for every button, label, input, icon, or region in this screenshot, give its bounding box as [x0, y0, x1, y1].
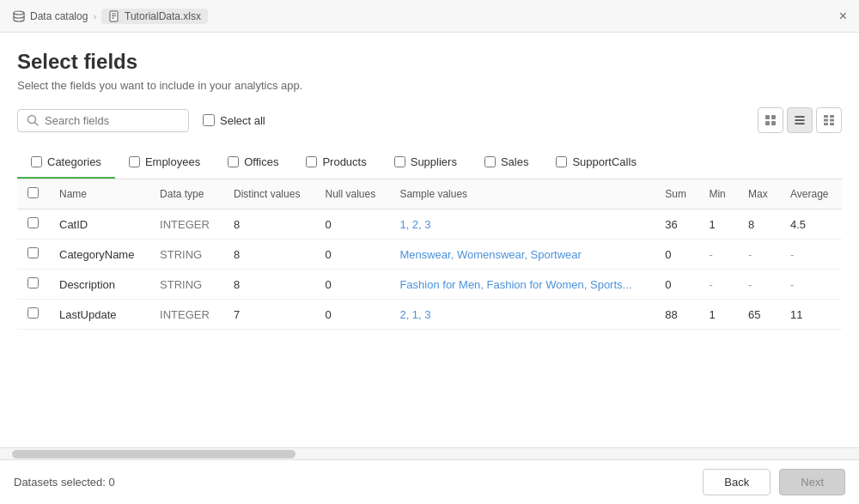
search-icon [27, 114, 39, 126]
breadcrumb-file: TutorialData.xlsx [101, 9, 208, 24]
row-checkbox-1[interactable] [27, 247, 39, 258]
cell-avg-0: 4.5 [780, 209, 842, 240]
cell-distinct-0: 8 [223, 209, 315, 240]
svg-rect-10 [771, 121, 776, 125]
cell-datatype-0: INTEGER [149, 209, 223, 240]
tab-sales-checkbox[interactable] [484, 156, 496, 167]
cell-sum-2: 0 [655, 270, 698, 300]
cell-datatype-2: STRING [149, 270, 223, 300]
cell-min-0: 1 [698, 209, 738, 240]
cell-max-2: - [738, 270, 780, 300]
search-input[interactable] [45, 114, 180, 127]
tab-suppliers-checkbox[interactable] [394, 156, 405, 167]
cell-sum-0: 36 [655, 209, 698, 240]
tab-categories-checkbox[interactable] [31, 156, 42, 167]
cell-null-3: 0 [315, 300, 390, 330]
cell-min-3: 1 [698, 300, 738, 330]
titlebar: Data catalog › TutorialData.xlsx × [0, 0, 859, 33]
header-datatype: Data type [149, 179, 223, 209]
fields-table: Name Data type Distinct values Null valu… [17, 179, 842, 330]
table-row: LastUpdate INTEGER 7 0 2, 1, 3 88 1 65 1… [17, 300, 842, 330]
cell-name-1: CategoryName [49, 240, 149, 270]
table-row: Description STRING 8 0 Fashion for Men, … [17, 270, 842, 300]
tab-suppliers[interactable]: Suppliers [381, 147, 471, 179]
search-box[interactable] [17, 109, 189, 132]
svg-rect-16 [824, 123, 828, 125]
main-content: Select fields Select the fields you want… [0, 33, 859, 447]
cell-avg-2: - [780, 270, 842, 300]
tab-products[interactable]: Products [292, 147, 380, 179]
table-header-row: Name Data type Distinct values Null valu… [17, 179, 842, 209]
datasets-count: Datasets selected: 0 [14, 476, 115, 489]
database-icon [12, 9, 26, 23]
list-icon [793, 113, 807, 127]
scrollbar-thumb[interactable] [12, 450, 295, 458]
cell-null-1: 0 [315, 240, 390, 270]
header-name: Name [49, 179, 149, 209]
svg-rect-8 [771, 115, 776, 119]
search-row: Select all [17, 107, 842, 133]
page-subtitle: Select the fields you want to include in… [17, 79, 842, 92]
cell-sample-2: Fashion for Men, Fashion for Women, Spor… [389, 270, 655, 300]
grid-view-button[interactable] [758, 107, 783, 133]
tab-supportcalls-checkbox[interactable] [556, 156, 567, 167]
back-button[interactable]: Back [703, 469, 771, 495]
cell-distinct-3: 7 [223, 300, 315, 330]
detail-view-button[interactable] [816, 107, 842, 133]
grid-icon [764, 113, 777, 127]
cell-distinct-2: 8 [223, 270, 315, 300]
row-checkbox-0[interactable] [27, 217, 39, 228]
cell-sample-0: 1, 2, 3 [389, 209, 655, 240]
cell-name-0: CatID [49, 209, 149, 240]
tab-sales[interactable]: Sales [471, 147, 543, 179]
svg-rect-17 [830, 115, 834, 118]
cell-sample-1: Menswear, Womenswear, Sportwear [389, 240, 655, 270]
tab-offices-checkbox[interactable] [228, 156, 239, 167]
horizontal-scrollbar[interactable] [0, 447, 859, 459]
tab-products-checkbox[interactable] [306, 156, 317, 167]
table-container: Name Data type Distinct values Null valu… [17, 179, 842, 447]
cell-max-1: - [738, 240, 780, 270]
svg-rect-9 [765, 121, 770, 125]
breadcrumb: Data catalog › TutorialData.xlsx [12, 9, 208, 24]
cell-avg-1: - [780, 240, 842, 270]
tab-employees[interactable]: Employees [115, 147, 214, 179]
header-distinct: Distinct values [223, 179, 315, 209]
header-checkbox[interactable] [27, 187, 39, 198]
header-null: Null values [315, 179, 390, 209]
table-row: CategoryName STRING 8 0 Menswear, Womens… [17, 240, 842, 270]
table-row: CatID INTEGER 8 0 1, 2, 3 36 1 8 4.5 [17, 209, 842, 240]
row-checkbox-2[interactable] [27, 277, 39, 288]
svg-point-0 [14, 11, 24, 15]
cell-sum-3: 88 [655, 300, 698, 330]
header-sample: Sample values [389, 179, 655, 209]
svg-rect-14 [824, 115, 828, 118]
cell-sample-3: 2, 1, 3 [389, 300, 655, 330]
tabs: Categories Employees Offices Products Su… [17, 147, 842, 179]
breadcrumb-root: Data catalog [30, 10, 88, 22]
close-button[interactable]: × [839, 9, 847, 23]
list-view-button[interactable] [787, 107, 813, 133]
header-min: Min [698, 179, 738, 209]
cell-name-2: Description [49, 270, 149, 300]
page-title: Select fields [17, 50, 842, 74]
tab-supportcalls[interactable]: SupportCalls [542, 147, 649, 179]
file-icon [108, 10, 120, 22]
cell-sum-1: 0 [655, 240, 698, 270]
row-checkbox-3[interactable] [27, 307, 39, 319]
detail-icon [822, 113, 836, 127]
next-button[interactable]: Next [779, 469, 845, 495]
tab-employees-checkbox[interactable] [129, 156, 140, 167]
cell-max-0: 8 [738, 209, 780, 240]
cell-distinct-1: 8 [223, 240, 315, 270]
header-avg: Average [780, 179, 842, 209]
search-left: Select all [17, 109, 265, 132]
footer: Datasets selected: 0 Back Next [0, 459, 859, 504]
cell-null-2: 0 [315, 270, 390, 300]
cell-min-1: - [698, 240, 738, 270]
tab-categories[interactable]: Categories [17, 147, 115, 179]
select-all-checkbox[interactable] [203, 114, 215, 126]
select-all-label[interactable]: Select all [203, 114, 265, 127]
tab-offices[interactable]: Offices [214, 147, 292, 179]
cell-null-0: 0 [315, 209, 390, 240]
